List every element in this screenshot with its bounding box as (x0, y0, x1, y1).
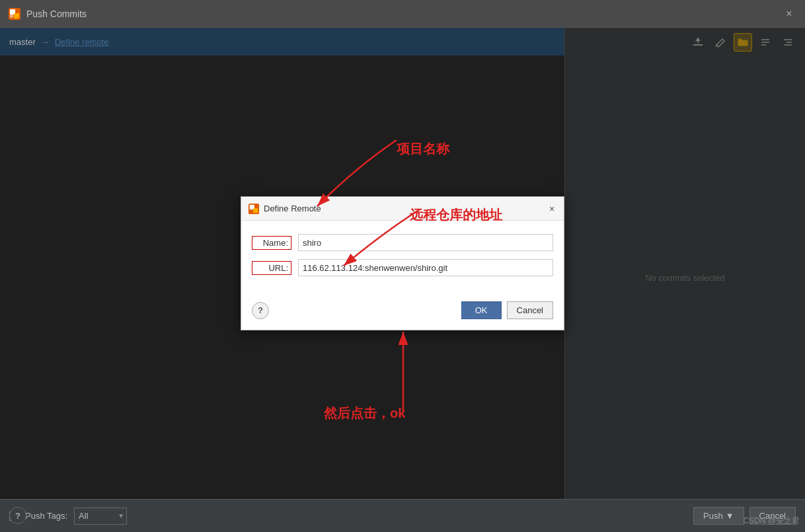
dialog-ok-button[interactable]: OK (461, 301, 502, 319)
dialog-footer: ? OK Cancel (241, 297, 564, 330)
bottom-bar: Push Tags: All None Matching ▼ Push ▼ Ca… (0, 499, 805, 532)
name-input[interactable] (298, 234, 553, 251)
define-remote-dialog: Define Remote × Name: URL: ? OK Cancel (241, 196, 564, 330)
dialog-help-button[interactable]: ? (252, 302, 269, 319)
push-tags-label: Push Tags: (25, 511, 67, 521)
window-title: Push Commits (26, 9, 87, 19)
dialog-cancel-button[interactable]: Cancel (507, 301, 553, 319)
url-input[interactable] (298, 259, 553, 276)
push-dropdown-arrow[interactable]: ▼ (726, 511, 734, 521)
csdn-watermark: CSDN @安之君 (743, 515, 800, 527)
app-logo (8, 7, 21, 20)
push-button[interactable]: Push ▼ (693, 507, 744, 525)
svg-rect-2 (14, 13, 19, 19)
help-button[interactable]: ? (9, 507, 26, 524)
dialog-close-button[interactable]: × (545, 202, 558, 215)
name-field-row: Name: (252, 234, 553, 251)
url-field-row: URL: (252, 259, 553, 276)
push-tags-select-wrapper: All None Matching ▼ (74, 508, 127, 525)
name-label: Name: (252, 236, 291, 250)
dialog-body: Name: URL: (241, 221, 564, 297)
svg-rect-16 (253, 208, 258, 213)
push-tags-label-text: Push Tags: (25, 511, 67, 521)
window-close-button[interactable]: × (781, 6, 797, 22)
push-label: Push (703, 511, 723, 521)
title-bar: Push Commits × (0, 0, 805, 28)
modal-overlay: Define Remote × Name: URL: ? OK Cancel (0, 28, 805, 499)
url-label: URL: (252, 261, 291, 275)
svg-rect-3 (10, 15, 13, 18)
dialog-title-bar: Define Remote × (241, 197, 564, 221)
dialog-logo (248, 203, 260, 215)
dialog-title: Define Remote (264, 204, 321, 213)
push-tags-select[interactable]: All None Matching (74, 508, 127, 525)
